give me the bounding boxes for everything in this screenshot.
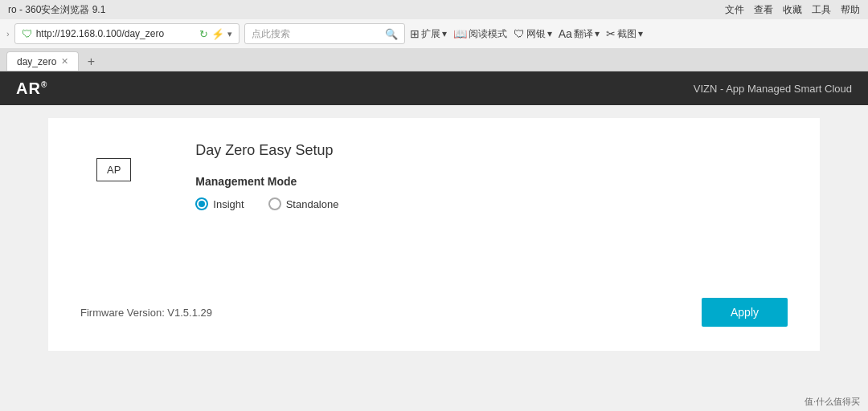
apply-button[interactable]: Apply (702, 298, 788, 327)
radio-options: Insight Standalone (195, 197, 788, 210)
tabs-bar: day_zero ✕ + (0, 48, 868, 71)
toolbar-translate[interactable]: Aa 翻译 ▾ (559, 27, 600, 41)
screenshot-icon: ✂ (606, 27, 616, 40)
extensions-dropdown[interactable]: ▾ (442, 28, 447, 39)
ap-box-container: AP (80, 142, 147, 197)
tab-day-zero[interactable]: day_zero ✕ (6, 51, 79, 71)
search-icon[interactable]: 🔍 (385, 28, 398, 40)
app-header: AR® VIZN - App Managed Smart Cloud (0, 71, 868, 105)
browser-title: ro - 360安全浏览器 9.1 (8, 3, 105, 17)
new-tab-button[interactable]: + (82, 53, 100, 71)
toolbar-extensions[interactable]: ⊞ 扩展 ▾ (410, 27, 447, 41)
app-tagline: VIZN - App Managed Smart Cloud (694, 83, 852, 95)
tab-close-button[interactable]: ✕ (61, 56, 68, 67)
toolbar-screenshot[interactable]: ✂ 截图 ▾ (606, 27, 643, 41)
radio-option-standalone[interactable]: Standalone (268, 197, 339, 210)
watermark: 值·什么值得买 (796, 393, 868, 411)
radio-insight-circle[interactable] (195, 197, 208, 210)
screenshot-dropdown[interactable]: ▾ (638, 28, 643, 39)
main-content: AP Day Zero Easy Setup Management Mode I… (48, 118, 820, 351)
menu-tools[interactable]: 工具 (812, 3, 831, 17)
ap-label: AP (107, 164, 121, 176)
security-shield-icon: 🛡 (22, 27, 33, 40)
banking-label: 网银 (526, 27, 546, 41)
management-mode-label: Management Mode (195, 175, 788, 188)
url-field[interactable]: 🛡 http://192.168.0.100/day_zero ↻ ⚡ ▾ (14, 23, 240, 44)
menu-view[interactable]: 查看 (754, 3, 773, 17)
extensions-label: 扩展 (421, 27, 440, 41)
search-placeholder: 点此搜索 (252, 27, 382, 41)
radio-option-insight[interactable]: Insight (195, 197, 244, 210)
toolbar-banking[interactable]: 🛡 网银 ▾ (514, 27, 552, 41)
toolbar-icons: ⊞ 扩展 ▾ 📖 阅读模式 🛡 网银 ▾ Aa 翻译 ▾ ✂ 截图 ▾ (410, 27, 862, 41)
banking-dropdown[interactable]: ▾ (547, 28, 552, 39)
firmware-version: Firmware Version: V1.5.1.29 (80, 307, 212, 319)
setup-panel: Day Zero Easy Setup Management Mode Insi… (195, 142, 788, 210)
menu-favorites[interactable]: 收藏 (783, 3, 802, 17)
menu-help[interactable]: 帮助 (841, 3, 860, 17)
book-icon: 📖 (453, 27, 467, 40)
url-text: http://192.168.0.100/day_zero (36, 28, 196, 39)
lightning-icon: ⚡ (211, 28, 224, 40)
url-dropdown-arrow[interactable]: ▾ (227, 29, 232, 39)
search-bar[interactable]: 点此搜索 🔍 (244, 23, 405, 44)
app-logo: AR® (16, 79, 47, 98)
bank-shield-icon: 🛡 (514, 27, 525, 40)
radio-standalone-circle[interactable] (268, 197, 281, 210)
content-footer: Firmware Version: V1.5.1.29 Apply (80, 298, 788, 327)
nav-forward-arrow[interactable]: › (6, 29, 10, 39)
grid-icon: ⊞ (410, 27, 420, 40)
translate-label: 翻译 (574, 27, 593, 41)
toolbar-reading-mode[interactable]: 📖 阅读模式 (453, 27, 507, 41)
menu-file[interactable]: 文件 (725, 3, 744, 17)
radio-standalone-label: Standalone (286, 198, 339, 210)
setup-title: Day Zero Easy Setup (195, 142, 788, 159)
refresh-icon[interactable]: ↻ (199, 28, 208, 40)
translate-icon: Aa (559, 27, 572, 40)
tab-label: day_zero (17, 56, 56, 67)
radio-insight-label: Insight (213, 198, 244, 210)
reading-mode-label: 阅读模式 (469, 27, 507, 41)
translate-dropdown[interactable]: ▾ (595, 28, 600, 39)
ap-box: AP (96, 158, 131, 181)
screenshot-label: 截图 (617, 27, 637, 41)
